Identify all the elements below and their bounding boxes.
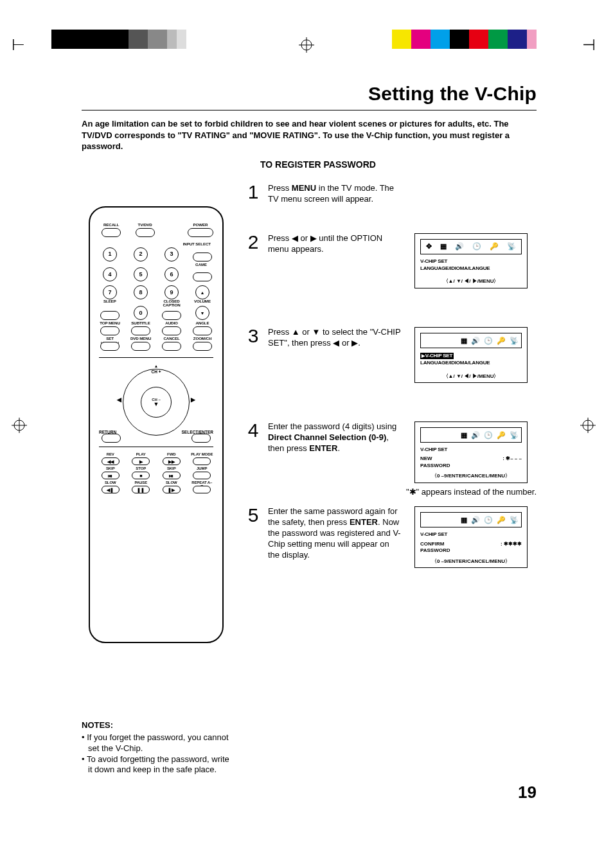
button-audio[interactable] xyxy=(162,326,181,335)
dpad-center[interactable]: CH – ▼ xyxy=(141,387,172,418)
clock-icon: 🕒 xyxy=(484,336,493,345)
button-setup[interactable] xyxy=(100,342,120,351)
digit-5[interactable]: 5 xyxy=(134,267,148,281)
button-play[interactable]: ▶ xyxy=(132,457,150,465)
picture-icon: ▦ xyxy=(461,515,467,524)
label-slow-rev: SLOW xyxy=(105,481,116,486)
menu-icon-row: ▦ 🔊 🕒 🔑 📡 xyxy=(420,333,522,348)
label-input-select: INPUT SELECT xyxy=(99,242,211,247)
step-2: 2 Press ◀ or ▶ until the OPTION menu app… xyxy=(246,233,537,288)
digit-1[interactable]: 1 xyxy=(103,247,117,261)
button-sleep[interactable] xyxy=(100,311,120,320)
label-subtitle: SUBTITLE xyxy=(131,321,150,326)
button-dvdmenu[interactable] xyxy=(131,342,150,351)
key-icon: 🔑 xyxy=(490,242,499,251)
step-4-caption: "✱" appears instead of the number. xyxy=(268,487,537,498)
label-pause: PAUSE xyxy=(134,481,147,486)
step-number: 2 xyxy=(246,233,260,251)
label-fwd: FWD xyxy=(167,452,175,457)
button-vol-up[interactable]: ▲ xyxy=(195,285,209,299)
menu-hint: 〈0 –9/ENTER/CANCEL/MENU〉 xyxy=(420,558,522,565)
field-label: NEW PASSWORD xyxy=(420,456,450,469)
menu-line-language: LANGUAGE/IDIOMA/LANGUE xyxy=(420,360,522,366)
button-cancel[interactable] xyxy=(162,342,181,351)
menu-line-vchip-selected: V-CHIP SET xyxy=(420,353,454,359)
title-rule xyxy=(82,110,537,111)
digit-0[interactable]: 0 xyxy=(134,306,148,320)
button-zoom[interactable] xyxy=(193,342,212,351)
note-item-2: To avoid forgetting the password, write … xyxy=(82,754,231,776)
menu-icon-row: ▦ 🔊 🕒 🔑 📡 xyxy=(420,512,522,527)
antenna-icon: 📡 xyxy=(507,242,516,251)
button-angle[interactable] xyxy=(193,326,212,335)
crop-tick-left: ⊢ xyxy=(12,35,25,55)
label-game: GAME xyxy=(99,263,207,268)
button-playmode[interactable] xyxy=(193,457,211,465)
button-game[interactable] xyxy=(193,272,212,281)
key-icon: 🔑 xyxy=(497,430,506,439)
label-setup: SET UP/MENU xyxy=(99,337,121,342)
screen-vchip-select: ▦ 🔊 🕒 🔑 📡 V-CHIP SET LANGUAGE/IDIOMA/LAN… xyxy=(414,327,528,383)
menu-hint: 〈0 –9/ENTER/CANCEL/MENU〉 xyxy=(420,473,522,479)
screen-option-menu: ✥ ▦ 🔊 🕒 🔑 📡 V-CHIP SET LANGUAGE/IDIOMA/L… xyxy=(414,233,528,288)
button-topmenu[interactable] xyxy=(100,326,120,335)
button-skip-prev[interactable]: ⏮ xyxy=(102,472,120,479)
screen-title: V-CHIP SET xyxy=(420,531,522,538)
button-tvdvd[interactable] xyxy=(136,228,155,237)
picture-icon: ▦ xyxy=(440,242,447,251)
clock-icon: 🕒 xyxy=(484,515,493,524)
section-header: TO REGISTER PASSWORD xyxy=(260,159,537,170)
step-3-text: Press ▲ or ▼ to select the "V-CHIP SET",… xyxy=(268,327,403,349)
clock-icon: 🕒 xyxy=(472,242,481,251)
digit-9[interactable]: 9 xyxy=(164,285,179,299)
menu-line-language: LANGUAGE/IDIOMA/LANGUE xyxy=(420,265,522,272)
button-return[interactable] xyxy=(102,434,121,443)
button-slow-fwd[interactable]: ❚▶ xyxy=(163,486,181,493)
label-audio: AUDIO xyxy=(165,321,177,326)
step-number: 1 xyxy=(246,183,260,200)
key-icon: 🔑 xyxy=(497,336,506,345)
label-tvdvd: TV/DVD xyxy=(138,223,152,228)
remote-diagram: RECALL TV/DVD POWER INPUT SELECT 1 2 3 G… xyxy=(89,206,224,643)
step-5: 5 Enter the same password again for the … xyxy=(246,506,537,568)
sound-icon: 🔊 xyxy=(471,430,480,439)
button-recall[interactable] xyxy=(102,228,121,237)
button-rev[interactable]: ◀◀ xyxy=(102,457,120,465)
label-jump: JUMP xyxy=(197,466,207,472)
button-stop[interactable]: ■ xyxy=(132,472,150,479)
digit-3[interactable]: 3 xyxy=(164,247,179,261)
sound-icon: 🔊 xyxy=(455,242,464,251)
step-2-text: Press ◀ or ▶ until the OPTION menu appea… xyxy=(268,233,403,255)
button-input-select[interactable] xyxy=(193,252,212,261)
button-fwd[interactable]: ▶▶ xyxy=(163,457,181,465)
button-pause[interactable]: ❚❚ xyxy=(132,486,150,493)
digit-6[interactable]: 6 xyxy=(164,267,179,281)
crosshair-right xyxy=(580,418,596,433)
sound-icon: 🔊 xyxy=(471,336,480,345)
page-number: 19 xyxy=(82,782,537,804)
step-number: 4 xyxy=(246,421,260,439)
button-cc[interactable] xyxy=(162,311,181,320)
picture-icon: ▦ xyxy=(461,430,467,439)
button-jump[interactable] xyxy=(193,472,211,479)
button-power[interactable] xyxy=(188,228,213,237)
step-number: 3 xyxy=(246,327,260,344)
clock-icon: 🕒 xyxy=(484,430,493,439)
label-rev: REV xyxy=(107,452,114,457)
label-volume: VOLUME xyxy=(194,299,211,305)
button-repeat[interactable] xyxy=(193,486,211,493)
label-slow-fwd: SLOW xyxy=(166,481,177,486)
button-select-enter[interactable] xyxy=(191,434,211,443)
digit-7[interactable]: 7 xyxy=(103,285,117,299)
button-skip-next[interactable]: ⏭ xyxy=(163,472,181,479)
digit-8[interactable]: 8 xyxy=(134,285,148,299)
button-subtitle[interactable] xyxy=(131,326,150,335)
step-1: 1 Press MENU in the TV mode. The TV menu… xyxy=(246,183,537,205)
button-vol-down[interactable]: ▼ xyxy=(195,306,209,320)
button-slow-rev[interactable]: ◀❚ xyxy=(102,486,120,493)
label-cancel: CANCEL xyxy=(163,337,179,342)
digit-2[interactable]: 2 xyxy=(134,247,148,261)
digit-4[interactable]: 4 xyxy=(103,267,117,281)
label-playmode: PLAY MODE xyxy=(191,452,213,457)
antenna-icon: 📡 xyxy=(510,430,519,439)
